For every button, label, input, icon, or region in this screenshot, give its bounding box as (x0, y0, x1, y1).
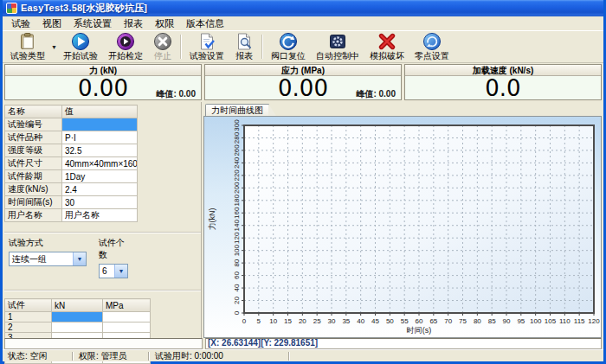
param-value-cell[interactable] (62, 118, 138, 131)
valve-reset-icon (279, 32, 298, 51)
statusbar-divider (288, 352, 290, 361)
param-value-cell[interactable]: P·I (62, 131, 138, 144)
table-row: 强度等级32.5 (5, 144, 138, 157)
param-name-cell: 强度等级 (5, 144, 62, 157)
titlebar[interactable]: EasyTest3.58[水泥胶砂抗压] (3, 0, 603, 16)
toolbar: 试验类型 ▼ 开始试验 (3, 31, 603, 63)
svg-text:20: 20 (233, 297, 241, 304)
zero-set-button[interactable]: 零点设置 (409, 32, 455, 61)
table-row: 试验编号 (5, 118, 138, 131)
window-title: EasyTest3.58[水泥胶砂抗压] (21, 2, 147, 15)
chart-area: 力时间曲线图 051015202530354045505560657075808… (202, 102, 603, 338)
svg-text:0: 0 (233, 310, 241, 315)
stress-peak: 峰值: 0.00 (356, 88, 396, 100)
parameters-table: 名称 值 试验编号 试件品种P·I 强度等级32.5 试件尺寸40mm×40mm… (4, 105, 138, 222)
mode-section: 试验方式 连续一组 ▼ 试件个数 6 ▼ (4, 233, 201, 284)
start-test-button[interactable]: 开始试验 (58, 32, 103, 61)
start-test-label: 开始试验 (63, 51, 98, 61)
svg-text:80: 80 (233, 259, 241, 266)
menu-permission[interactable]: 权限 (149, 16, 180, 31)
svg-text:0: 0 (242, 317, 247, 325)
test-mode-value: 连续一组 (10, 252, 73, 265)
test-mode-select[interactable]: 连续一组 ▼ (9, 252, 87, 266)
menu-test[interactable]: 试验 (5, 16, 36, 31)
param-value-cell[interactable]: 1Day (62, 170, 138, 183)
chart-tabstrip: 力时间曲线图 (203, 103, 602, 116)
param-value-cell[interactable]: 30 (62, 196, 138, 209)
zero-set-icon (422, 32, 442, 51)
toolbar-separator (261, 35, 263, 59)
svg-text:55: 55 (401, 317, 409, 325)
result-cell[interactable] (52, 322, 103, 333)
start-verify-button[interactable]: 开始检定 (103, 32, 148, 61)
param-name-cell: 时间间隔(s) (5, 196, 62, 209)
specimen-count-select[interactable]: 6 ▼ (99, 264, 128, 278)
force-gauge-display: 0.00 峰值: 0.00 (5, 76, 201, 100)
test-settings-button[interactable]: 试验设置 (184, 32, 229, 61)
param-name-cell: 试件品种 (5, 131, 62, 144)
svg-text:160: 160 (233, 207, 241, 219)
menu-system-settings[interactable]: 系统设置 (68, 16, 118, 31)
svg-text:15: 15 (284, 317, 292, 325)
svg-text:180: 180 (233, 195, 241, 207)
svg-text:120: 120 (588, 317, 600, 325)
result-cell[interactable] (103, 312, 151, 322)
result-cell[interactable] (103, 322, 151, 333)
simulate-break-button[interactable]: 模拟破坏 (364, 32, 409, 61)
valve-reset-button[interactable]: 阀口复位 (266, 32, 311, 61)
svg-text:10: 10 (269, 317, 277, 325)
stress-gauge-display: 0.00 峰值: 0.00 (205, 76, 401, 100)
svg-text:45: 45 (371, 317, 379, 325)
svg-text:85: 85 (488, 317, 496, 325)
svg-text:220: 220 (233, 169, 241, 182)
param-value-cell[interactable]: 32.5 (62, 144, 138, 157)
auto-control-label: 自动控制中 (316, 51, 359, 61)
table-row: 2 (5, 322, 151, 333)
result-cell[interactable] (52, 312, 103, 322)
chevron-down-icon[interactable]: ▼ (51, 44, 57, 50)
auto-control-button[interactable]: 自动控制中 (311, 32, 364, 61)
table-row: 试件尺寸40mm×40mm×160mm (5, 157, 138, 170)
svg-text:时间(s): 时间(s) (407, 326, 432, 335)
dropdown-arrow-icon[interactable]: ▼ (73, 252, 86, 265)
param-value-cell[interactable]: 2.4 (62, 183, 138, 196)
param-header-value: 值 (62, 105, 138, 118)
menu-view[interactable]: 视图 (36, 16, 68, 31)
param-name-cell: 速度(kN/s) (5, 183, 62, 196)
document-check-icon (197, 32, 216, 51)
chart-panel: 0510152025303540455055606570758085909510… (203, 116, 602, 338)
specimen-count-label: 试件个数 (99, 237, 128, 261)
stop-button: 停止 (148, 32, 177, 61)
statusbar: 状态: 空闲 权限: 管理员 试验用时: 0:00:00 (3, 349, 603, 361)
svg-text:75: 75 (459, 317, 467, 325)
zero-set-label: 零点设置 (415, 51, 449, 61)
svg-text:260: 260 (233, 144, 241, 156)
svg-text:120: 120 (233, 232, 241, 244)
param-value-cell[interactable]: 用户名称 (62, 209, 138, 222)
tab-force-time-curve[interactable]: 力时间曲线图 (205, 104, 269, 116)
menu-report[interactable]: 报表 (118, 16, 149, 31)
svg-text:80: 80 (474, 317, 481, 325)
svg-text:35: 35 (342, 317, 350, 325)
result-header-kn: kN (52, 299, 103, 312)
readout-left-box (4, 338, 203, 349)
dropdown-arrow-icon[interactable]: ▼ (114, 265, 127, 278)
document-magnifier-icon (235, 32, 254, 51)
app-window: EasyTest3.58[水泥胶砂抗压] 试验 视图 系统设置 报表 权限 版本… (0, 0, 606, 364)
svg-text:20: 20 (299, 317, 306, 325)
start-verify-label: 开始检定 (108, 51, 143, 61)
svg-text:70: 70 (444, 317, 452, 325)
param-name-cell: 用户名称 (5, 209, 62, 222)
stop-label: 停止 (154, 51, 171, 61)
menu-version-info[interactable]: 版本信息 (180, 16, 230, 31)
svg-text:105: 105 (545, 317, 557, 325)
svg-text:200: 200 (233, 182, 241, 194)
param-header-name: 名称 (5, 105, 62, 118)
result-header-specimen: 试件 (5, 299, 52, 312)
svg-text:25: 25 (313, 317, 321, 325)
param-value-cell[interactable]: 40mm×40mm×160mm (62, 157, 138, 170)
report-button[interactable]: 报表 (229, 32, 259, 61)
svg-text:60: 60 (416, 317, 423, 325)
force-time-chart[interactable]: 0510152025303540455055606570758085909510… (204, 117, 601, 337)
test-type-button[interactable]: 试验类型 (5, 32, 50, 61)
